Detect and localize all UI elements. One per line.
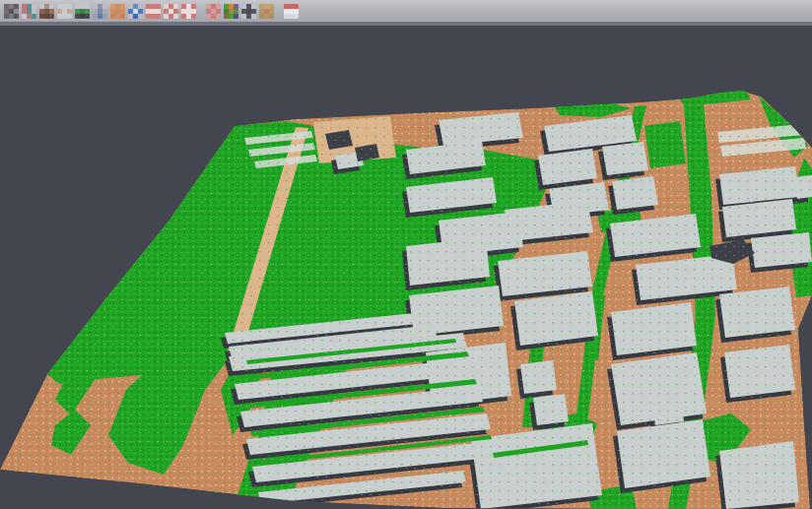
layers-icon[interactable] — [145, 3, 161, 19]
terrain-mesh-icon — [75, 4, 90, 19]
main-toolbar — [0, 0, 812, 26]
globe-icon[interactable] — [127, 3, 143, 19]
profile-icon[interactable] — [92, 3, 107, 19]
terrain-dem-icon — [39, 4, 54, 19]
grid-filter-icon[interactable] — [205, 3, 221, 19]
profile-icon — [93, 4, 107, 19]
point-cloud-scene — [0, 0, 812, 509]
orthophoto-icon — [110, 4, 125, 19]
contour-icon[interactable] — [56, 3, 72, 19]
classification-icon[interactable] — [223, 3, 238, 19]
open-cloud-icon[interactable] — [3, 3, 19, 19]
register-clouds-icon[interactable] — [21, 3, 36, 19]
snapshot-icon — [284, 4, 299, 19]
terrain-mesh-icon[interactable] — [74, 3, 90, 19]
open-cloud-icon — [4, 4, 19, 19]
contour-icon — [57, 4, 72, 19]
classification-icon — [224, 4, 238, 19]
viewport-3d[interactable] — [0, 0, 812, 509]
ring-filter-icon — [164, 4, 178, 19]
grid-filter-icon — [206, 4, 221, 19]
orthophoto-icon[interactable] — [109, 3, 125, 19]
register-clouds-icon — [22, 4, 36, 19]
export-icon[interactable] — [258, 3, 274, 19]
export-icon — [259, 4, 274, 19]
layers-icon — [146, 4, 161, 19]
application-window — [0, 0, 812, 509]
crop-icon — [181, 4, 196, 19]
terrain-dem-icon[interactable] — [38, 3, 54, 19]
crop-icon[interactable] — [180, 3, 196, 19]
render-settings-icon[interactable] — [240, 3, 256, 19]
snapshot-icon[interactable] — [283, 3, 299, 19]
globe-icon — [128, 4, 143, 19]
render-settings-icon — [241, 4, 256, 19]
ring-filter-icon[interactable] — [163, 3, 178, 19]
